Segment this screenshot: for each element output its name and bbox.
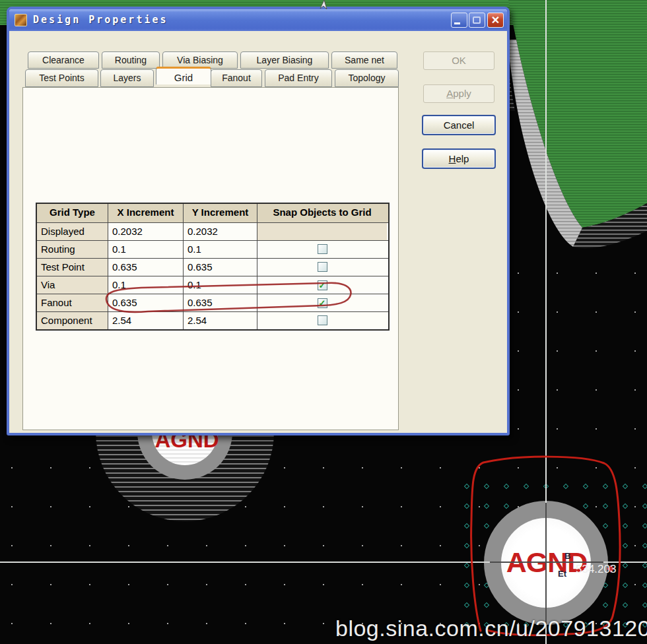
pcb-editor-canvas[interactable]: ++++++++++++ AGND AGND B Et 534.203 blog… <box>0 0 647 644</box>
column-header: Grid Type <box>37 204 108 222</box>
increment-cell[interactable]: 0.2032 <box>108 223 184 240</box>
tab-fanout[interactable]: Fanout <box>211 69 262 87</box>
tab-test-points[interactable]: Test Points <box>25 69 98 87</box>
tab-pad-entry[interactable]: Pad Entry <box>265 69 332 87</box>
tab-grid[interactable]: Grid <box>156 67 211 84</box>
pcb-copper-pour-right <box>503 0 647 304</box>
column-header: Snap Objects to Grid <box>257 204 387 222</box>
increment-cell[interactable]: 0.1 <box>184 241 257 258</box>
tab-routing[interactable]: Routing <box>102 51 160 69</box>
increment-cell[interactable]: 0.2032 <box>184 223 257 240</box>
tab-layer-biasing[interactable]: Layer Biasing <box>240 51 329 69</box>
close-button[interactable]: ✕ <box>487 13 504 28</box>
ok-button[interactable]: OK <box>423 51 494 70</box>
table-header-row: Grid TypeX IncrementY IncrementSnap Obje… <box>37 204 388 222</box>
tab-topology[interactable]: Topology <box>335 69 399 87</box>
table-row-displayed: Displayed0.20320.2032 <box>37 222 388 240</box>
red-annotation-via-row <box>87 271 364 322</box>
cancel-button[interactable]: Cancel <box>422 115 496 135</box>
app-icon <box>15 14 27 26</box>
grid-type-cell: Routing <box>37 241 108 258</box>
apply-button[interactable]: Apply <box>423 84 494 103</box>
dialog-titlebar[interactable]: Design Properties ✕ <box>9 9 507 31</box>
tab-clearance[interactable]: Clearance <box>28 51 99 69</box>
design-properties-dialog: Design Properties ✕ ClearanceRoutingVia … <box>7 7 510 435</box>
column-header: X Increment <box>108 204 184 222</box>
snap-cell <box>257 241 387 258</box>
increment-cell[interactable]: 0.1 <box>108 241 184 258</box>
maximize-button[interactable] <box>469 13 485 28</box>
column-header: Y Increment <box>184 204 257 222</box>
table-row-routing: Routing0.10.1 <box>37 240 388 258</box>
tab-layers[interactable]: Layers <box>100 69 154 87</box>
snap-cell <box>257 223 387 240</box>
watermark-url: blog.sina.com.cn/u/2079131202 <box>335 616 647 641</box>
dialog-title: Design Properties <box>33 14 168 26</box>
tab-same-net[interactable]: Same net <box>331 51 397 69</box>
minimize-button[interactable] <box>451 13 467 28</box>
grid-type-cell: Displayed <box>37 223 108 240</box>
cursor-icon <box>319 0 329 11</box>
help-button[interactable]: Help <box>422 148 496 169</box>
snap-checkbox[interactable] <box>318 244 327 254</box>
